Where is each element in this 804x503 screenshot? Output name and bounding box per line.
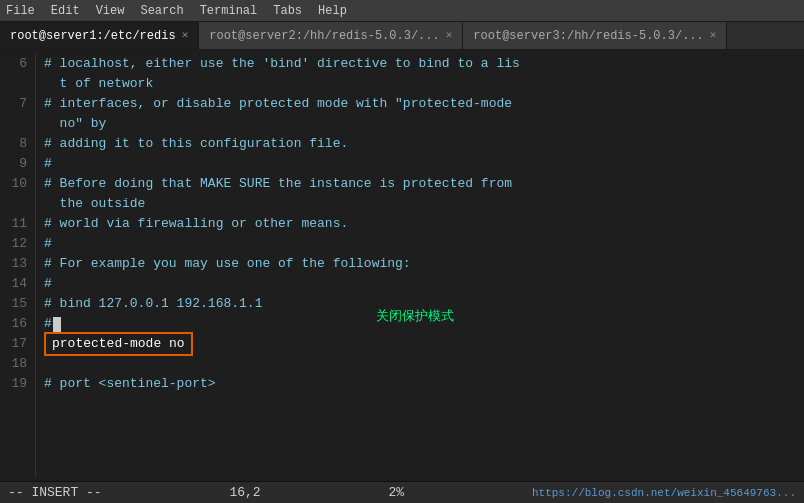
linenum-15: 15 <box>6 294 27 314</box>
code-line-6: # localhost, either use the 'bind' direc… <box>44 54 796 74</box>
linenum-cont1 <box>6 74 27 94</box>
menu-search[interactable]: Search <box>140 4 183 18</box>
code-line-17: protected-mode no <box>44 334 796 354</box>
menu-file[interactable]: File <box>6 4 35 18</box>
protected-mode-value: protected-mode no <box>44 332 193 356</box>
tab-server3[interactable]: root@server3:/hh/redis-5.0.3/... ✕ <box>463 22 727 49</box>
menubar: File Edit View Search Terminal Tabs Help <box>0 0 804 22</box>
tab-close-2[interactable]: ✕ <box>446 30 453 41</box>
linenum-cont2 <box>6 114 27 134</box>
code-line-16: # <box>44 314 796 334</box>
tab-label-2: root@server2:/hh/redis-5.0.3/... <box>209 29 439 43</box>
code-line-10b: the outside <box>44 194 796 214</box>
linenum-9: 9 <box>6 154 27 174</box>
linenum-10: 10 <box>6 174 27 194</box>
menu-view[interactable]: View <box>96 4 125 18</box>
linenum-19: 19 <box>6 374 27 394</box>
code-line-6b: t of network <box>44 74 796 94</box>
position-info: 16,2 <box>229 485 260 500</box>
linenum-17: 17 <box>6 334 27 354</box>
linenum-6: 6 <box>6 54 27 74</box>
code-line-18 <box>44 354 796 374</box>
menu-terminal[interactable]: Terminal <box>200 4 258 18</box>
code-line-7: # interfaces, or disable protected mode … <box>44 94 796 114</box>
code-line-15: # bind 127.0.0.1 192.168.1.1 <box>44 294 796 314</box>
tab-label-3: root@server3:/hh/redis-5.0.3/... <box>473 29 703 43</box>
code-line-14: # <box>44 274 796 294</box>
menu-edit[interactable]: Edit <box>51 4 80 18</box>
tab-label-1: root@server1:/etc/redis <box>10 29 176 43</box>
insert-mode-label: -- INSERT -- <box>8 485 102 500</box>
line-numbers: 6 7 8 9 10 11 12 13 14 15 16 17 18 19 <box>0 54 36 477</box>
cursor <box>53 317 61 332</box>
linenum-14: 14 <box>6 274 27 294</box>
linenum-13: 13 <box>6 254 27 274</box>
linenum-7: 7 <box>6 94 27 114</box>
code-line-12: # <box>44 234 796 254</box>
tab-close-3[interactable]: ✕ <box>710 30 717 41</box>
code-line-7b: no" by <box>44 114 796 134</box>
linenum-8: 8 <box>6 134 27 154</box>
code-line-9: # <box>44 154 796 174</box>
linenum-16: 16 <box>6 314 27 334</box>
editor[interactable]: 6 7 8 9 10 11 12 13 14 15 16 17 18 19 # … <box>0 50 804 481</box>
percent-info: 2% <box>389 485 405 500</box>
code-line-8: # adding it to this configuration file. <box>44 134 796 154</box>
linenum-11: 11 <box>6 214 27 234</box>
code-line-11: # world via firewalling or other means. <box>44 214 796 234</box>
tab-close-1[interactable]: ✕ <box>182 30 189 41</box>
code-line-19: # port <sentinel-port> <box>44 374 796 394</box>
menu-tabs[interactable]: Tabs <box>273 4 302 18</box>
tabbar: root@server1:/etc/redis ✕ root@server2:/… <box>0 22 804 50</box>
bottombar: -- INSERT -- 16,2 2% https://blog.csdn.n… <box>0 481 804 503</box>
code-area[interactable]: # localhost, either use the 'bind' direc… <box>36 54 804 477</box>
linenum-18: 18 <box>6 354 27 374</box>
linenum-cont3 <box>6 194 27 214</box>
linenum-12: 12 <box>6 234 27 254</box>
editor-content: 6 7 8 9 10 11 12 13 14 15 16 17 18 19 # … <box>0 50 804 481</box>
tab-server2[interactable]: root@server2:/hh/redis-5.0.3/... ✕ <box>199 22 463 49</box>
menu-help[interactable]: Help <box>318 4 347 18</box>
code-line-10: # Before doing that MAKE SURE the instan… <box>44 174 796 194</box>
tab-server1[interactable]: root@server1:/etc/redis ✕ <box>0 22 199 49</box>
code-line-13: # For example you may use one of the fol… <box>44 254 796 274</box>
url-info: https://blog.csdn.net/weixin_45649763... <box>532 487 796 499</box>
